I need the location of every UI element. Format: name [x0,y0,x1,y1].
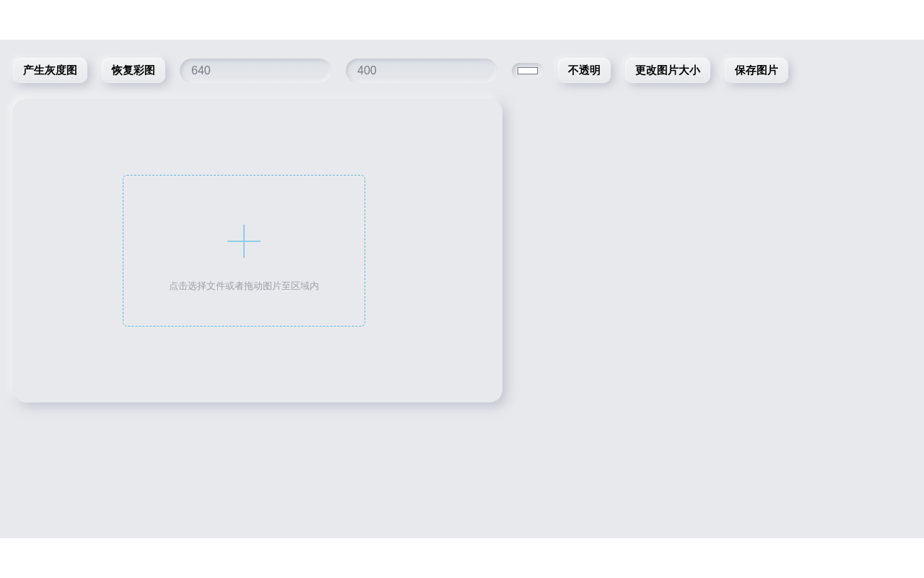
restore-color-button[interactable]: 恢复彩图 [102,58,165,83]
toolbar: 产生灰度图 恢复彩图 不透明 更改图片大小 保存图片 [13,58,911,83]
canvas-panel: 点击选择文件或者拖动图片至区域内 [13,99,502,402]
save-button[interactable]: 保存图片 [725,58,788,83]
resize-button[interactable]: 更改图片大小 [625,58,710,83]
app-container: 产生灰度图 恢复彩图 不透明 更改图片大小 保存图片 点击选择文件或者拖动图片至… [0,40,924,538]
color-picker[interactable] [512,63,544,79]
height-input[interactable] [346,59,497,83]
width-input[interactable] [180,59,331,83]
plus-icon [226,223,262,259]
dropzone-hint: 点击选择文件或者拖动图片至区域内 [169,280,319,293]
file-dropzone[interactable]: 点击选择文件或者拖动图片至区域内 [123,175,365,327]
opacity-button[interactable]: 不透明 [558,58,611,83]
color-swatch[interactable] [518,67,538,74]
grayscale-button[interactable]: 产生灰度图 [13,58,87,83]
